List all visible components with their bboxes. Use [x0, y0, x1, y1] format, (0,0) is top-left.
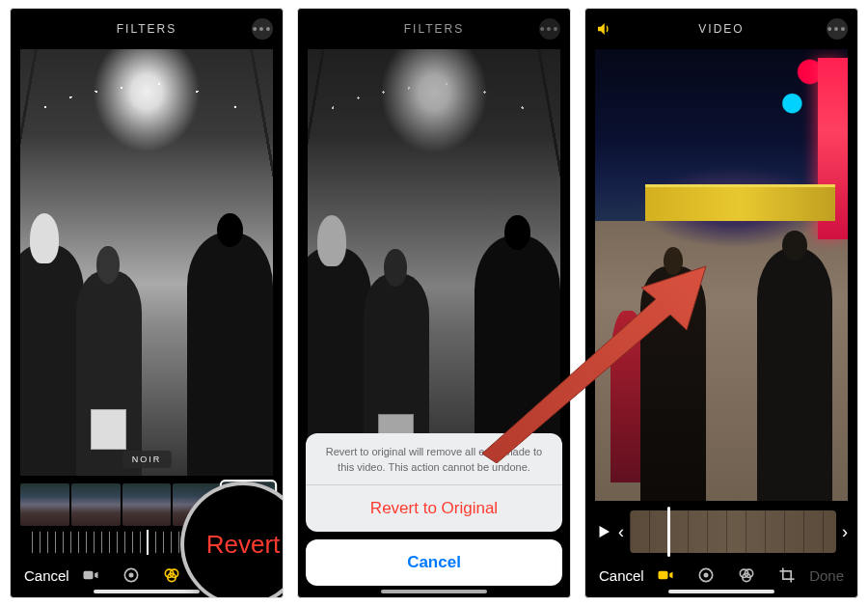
trim-handle-right[interactable]: › [842, 522, 848, 542]
ellipsis-icon: ••• [253, 21, 273, 37]
revert-to-original-button[interactable]: Revert to Original [306, 485, 562, 532]
trim-track[interactable] [630, 510, 836, 553]
svg-point-8 [705, 573, 708, 576]
action-sheet-group: Revert to original will remove all edits… [306, 433, 562, 532]
svg-rect-0 [84, 571, 94, 579]
video-icon[interactable] [656, 565, 675, 585]
done-button[interactable]: Done [809, 567, 844, 584]
play-icon[interactable] [595, 523, 612, 540]
svg-rect-6 [659, 571, 668, 579]
editor-header: FILTERS ••• [11, 9, 283, 49]
video-preview[interactable] [595, 49, 848, 501]
home-indicator [94, 590, 200, 593]
home-indicator [668, 590, 774, 593]
filters-icon[interactable] [162, 565, 181, 585]
svg-point-2 [130, 573, 133, 576]
cancel-button[interactable]: Cancel [599, 567, 644, 584]
video-preview[interactable]: NOIR [20, 49, 273, 476]
cancel-button[interactable]: Cancel [24, 567, 69, 584]
ellipsis-icon: ••• [827, 21, 848, 37]
filter-name-badge: NOIR [122, 451, 172, 468]
video-icon[interactable] [81, 565, 100, 585]
crop-icon[interactable] [777, 565, 797, 585]
trim-handle-left[interactable]: ‹ [618, 522, 624, 542]
volume-icon[interactable] [595, 20, 612, 41]
video-trim-bar: ‹ › [595, 510, 848, 553]
more-button[interactable]: ••• [252, 18, 273, 40]
more-button[interactable]: ••• [827, 18, 848, 40]
filter-thumb[interactable] [20, 483, 69, 526]
filters-icon[interactable] [737, 565, 756, 585]
adjust-icon[interactable] [696, 565, 716, 585]
preview-image-bw [20, 49, 273, 476]
header-title: VIDEO [698, 22, 744, 36]
header-title: FILTERS [117, 22, 176, 36]
screen-filters-edit: FILTERS ••• NOIR [10, 8, 284, 598]
filter-thumb[interactable] [122, 483, 172, 526]
filter-thumb[interactable] [71, 483, 121, 526]
adjust-icon[interactable] [122, 565, 141, 585]
screen-revert-confirm: FILTERS ••• NOIR Revert to original [297, 8, 571, 598]
action-sheet-message: Revert to original will remove all edits… [306, 433, 562, 484]
action-sheet-cancel-button[interactable]: Cancel [306, 539, 562, 586]
editor-mode-icons [656, 565, 797, 585]
preview-image-color [595, 49, 848, 501]
editor-header: VIDEO ••• [585, 9, 857, 49]
action-sheet: Revert to original will remove all edits… [306, 433, 562, 586]
screen-video-original: VIDEO ••• ‹ › Cancel [584, 8, 858, 598]
revert-callout-text: Revert [206, 530, 281, 560]
